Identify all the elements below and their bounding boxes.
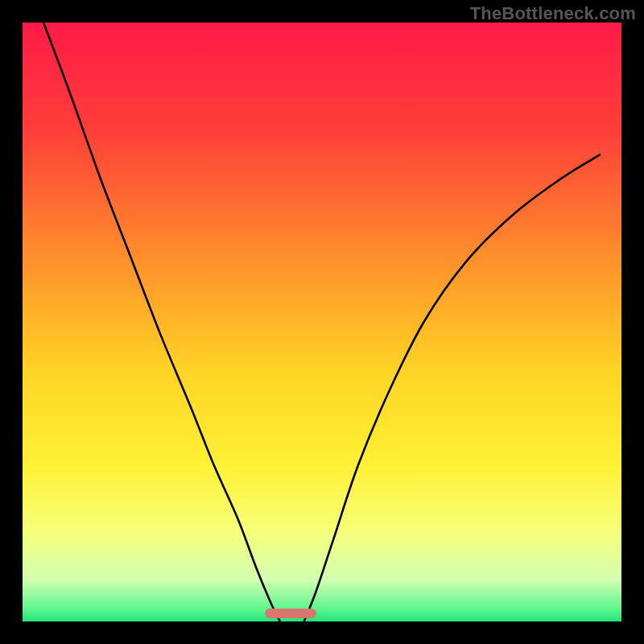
optimal-range-marker — [265, 609, 316, 618]
curve-right-branch — [304, 155, 601, 621]
curve-left-branch — [43, 23, 280, 621]
chart-frame: TheBottleneck.com — [0, 0, 644, 644]
plot-area — [23, 23, 621, 621]
bottleneck-curve — [23, 23, 621, 621]
watermark-text: TheBottleneck.com — [470, 3, 636, 24]
